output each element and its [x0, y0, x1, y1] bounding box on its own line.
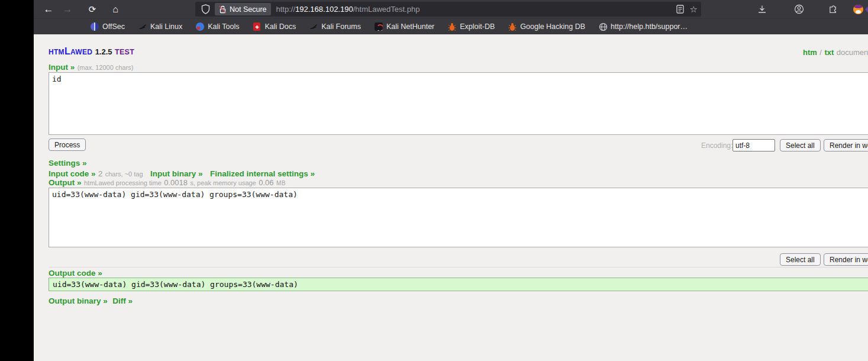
- bookmark-kali-linux[interactable]: Kali Linux: [138, 22, 182, 31]
- browser-toolbar: ← → ⟳ ⌂ Not Secure http://192.16: [34, 0, 868, 18]
- diff-link[interactable]: Diff »: [112, 296, 133, 305]
- home-button[interactable]: ⌂: [108, 2, 123, 17]
- kali-dragon-icon: [138, 22, 147, 31]
- bookmark-kali-docs[interactable]: ◈ Kali Docs: [252, 22, 296, 31]
- bookmarks-bar: OffSec Kali Linux Kali Tools ◈ Kali Docs…: [34, 18, 868, 34]
- url-bar[interactable]: Not Secure http://192.168.102.190/htmLaw…: [195, 2, 701, 17]
- output-code-link[interactable]: Output code »: [49, 269, 102, 278]
- page-title: HTMLAWED 1.2.5 TEST: [49, 46, 134, 57]
- render-in-web-page-button-top[interactable]: Render in web page: [824, 139, 868, 152]
- security-label: Not Secure: [230, 5, 267, 14]
- extension-purple-icon[interactable]: [862, 2, 868, 17]
- output-binary-link[interactable]: Output binary »: [49, 296, 108, 305]
- htm-doc-link[interactable]: htm: [803, 48, 817, 57]
- broken-lock-icon: [219, 5, 227, 14]
- output-section-header: Output » htmLawed processing time 0.0018…: [49, 177, 286, 188]
- bookmark-kali-tools[interactable]: Kali Tools: [195, 22, 239, 31]
- bookmark-exploit-db[interactable]: Exploit-DB: [447, 22, 495, 31]
- downloads-icon[interactable]: [754, 2, 770, 17]
- input-section-header: Input » (max. 12000 chars): [49, 62, 133, 72]
- txt-doc-link[interactable]: txt: [824, 48, 834, 57]
- bookmark-google-hacking-db[interactable]: Google Hacking DB: [508, 22, 585, 31]
- settings-link[interactable]: Settings »: [49, 159, 87, 167]
- output-binary-row: Output binary » Diff »: [49, 295, 133, 306]
- encoding-input[interactable]: [733, 139, 775, 152]
- select-all-button-top[interactable]: Select all: [780, 139, 821, 152]
- page-htmlawed-test: HTMLAWED 1.2.5 TEST htm / txt documentat…: [34, 34, 868, 361]
- doc-links: htm / txt documentation: [803, 47, 868, 57]
- bookmark-kali-nethunter[interactable]: Kali NetHunter: [374, 22, 434, 31]
- globe-icon: [598, 22, 608, 31]
- output-textarea[interactable]: uid=33(www-data) gid=33(www-data) groups…: [49, 188, 868, 247]
- kali-dragon-icon: [309, 22, 318, 31]
- kali-docs-icon: ◈: [252, 22, 262, 31]
- account-icon[interactable]: [791, 2, 806, 17]
- input-textarea[interactable]: id: [49, 72, 868, 135]
- kali-tools-icon: [195, 22, 205, 31]
- reload-button[interactable]: ⟳: [85, 2, 100, 17]
- bookmark-kali-forums[interactable]: Kali Forums: [309, 22, 361, 31]
- not-secure-chip[interactable]: Not Secure: [215, 3, 271, 15]
- process-button[interactable]: Process: [49, 138, 86, 151]
- bookmark-star-icon[interactable]: ☆: [690, 4, 698, 15]
- section-divider: [49, 267, 868, 267]
- select-all-button-bottom[interactable]: Select all: [780, 253, 821, 266]
- encoding-label: Encoding:: [701, 141, 733, 150]
- input-hint: (max. 12000 chars): [78, 64, 134, 71]
- tracking-shield-icon[interactable]: [201, 4, 210, 14]
- input-link[interactable]: Input »: [49, 63, 75, 72]
- back-button[interactable]: ←: [41, 2, 56, 17]
- bookmark-help-htb[interactable]: http://help.htb/suppor…: [598, 22, 688, 31]
- render-in-web-page-button-bottom[interactable]: Render in web page: [824, 253, 868, 266]
- bookmark-offsec[interactable]: OffSec: [90, 22, 125, 31]
- bug-icon: [508, 22, 517, 31]
- url-text: http://192.168.102.190/htmLawedTest.php: [276, 5, 420, 14]
- forward-button[interactable]: →: [60, 2, 75, 17]
- reader-mode-icon[interactable]: [676, 5, 684, 14]
- extensions-puzzle-icon[interactable]: [825, 2, 841, 17]
- output-link[interactable]: Output »: [49, 178, 82, 187]
- kali-nethunter-icon: [374, 22, 383, 31]
- offsec-icon: [90, 22, 99, 31]
- bug-icon: [447, 22, 457, 31]
- output-code-block: uid=33(www-data) gid=33(www-data) groups…: [49, 278, 868, 291]
- browser-window: ← → ⟳ ⌂ Not Secure http://192.16: [34, 0, 868, 361]
